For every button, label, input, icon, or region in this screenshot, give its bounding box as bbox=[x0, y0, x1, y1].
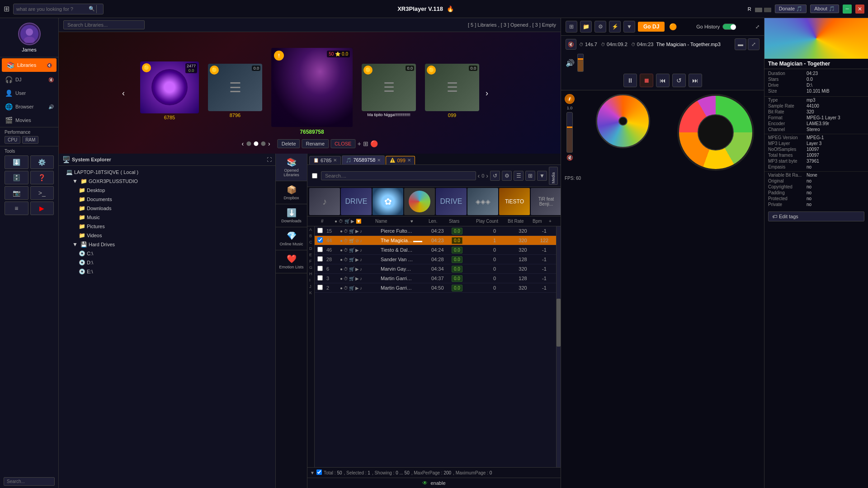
track-tab-6785[interactable]: 📋 6785 ✕ bbox=[309, 156, 341, 164]
play-icon-4[interactable]: ▶ bbox=[355, 257, 359, 262]
browser-mute-icon[interactable]: 🔊 bbox=[48, 104, 54, 109]
track-row[interactable]: 6 ● ⏱ 🛒 ▶ ♪ Marvin Gaye - Sexual Healing… bbox=[315, 264, 556, 274]
th-bitrate[interactable]: Bit Rate bbox=[506, 218, 531, 225]
music-icon-3[interactable]: ♪ bbox=[360, 248, 362, 253]
lib-panel-dropbox[interactable]: 📦 Dropbox bbox=[276, 181, 307, 204]
alpha-e[interactable]: E bbox=[307, 252, 314, 258]
settings-button[interactable]: ⚙ bbox=[594, 21, 606, 33]
track-checkbox-6[interactable] bbox=[317, 275, 323, 281]
music-icon-2[interactable]: ♪ bbox=[360, 238, 362, 243]
tree-item-harddrives[interactable]: ▼ 💾 Hard Drives bbox=[59, 240, 275, 249]
minimize-button[interactable]: ─ bbox=[843, 5, 852, 14]
track-row[interactable]: 15 ● ⏱ 🛒 ▶ ♪ Pierce Fulton - Kuaga (Lost… bbox=[315, 226, 556, 236]
alpha-c[interactable]: C bbox=[307, 239, 314, 245]
about-button[interactable]: About 🎵 bbox=[810, 5, 839, 13]
youtube-tool-button[interactable]: ▶ bbox=[30, 202, 54, 215]
apps-icon[interactable]: ⊞ bbox=[4, 5, 9, 13]
tab-close-76589758[interactable]: ✕ bbox=[377, 158, 381, 163]
alpha-j[interactable]: J bbox=[307, 283, 314, 290]
track-checkbox-1[interactable] bbox=[317, 228, 323, 233]
expand-player-button[interactable]: ⤢ bbox=[755, 24, 760, 30]
go-dj-button[interactable]: Go DJ bbox=[638, 22, 665, 32]
th-number[interactable]: # bbox=[319, 218, 333, 225]
th-playcount[interactable]: Play Count bbox=[474, 218, 506, 225]
nav-user[interactable]: 👤 User bbox=[0, 86, 58, 100]
th-length[interactable]: Len. bbox=[427, 218, 447, 225]
nav-movies[interactable]: 🎬 Movies bbox=[0, 113, 58, 127]
cart-icon-1[interactable]: 🛒 bbox=[349, 229, 354, 234]
expand-track-button[interactable]: ⤢ bbox=[748, 38, 760, 50]
dj-mute-icon[interactable]: 🔇 bbox=[48, 77, 54, 82]
view-toggle-button[interactable]: ⊞ bbox=[525, 171, 535, 181]
track-row[interactable]: 46 ● ⏱ 🛒 ▶ ♪ Tiesto & DallasK - Show Me … bbox=[315, 245, 556, 255]
clock-icon-7[interactable]: ⏱ bbox=[344, 286, 348, 291]
window-close-button[interactable]: ✕ bbox=[855, 5, 864, 14]
clock-icon-3[interactable]: ⏱ bbox=[344, 248, 348, 253]
carousel-dot-2[interactable] bbox=[254, 141, 258, 146]
carousel-item-center[interactable]: ! 50 ⭐ 0.0 76589758 bbox=[271, 48, 353, 138]
lib-panel-online[interactable]: 💎 Online Music bbox=[276, 227, 307, 250]
search-icon[interactable]: 🔍 bbox=[89, 6, 95, 12]
footer-expand-icon[interactable]: ▼ bbox=[310, 470, 315, 475]
search-prev-icon[interactable]: ‹ bbox=[478, 172, 480, 179]
th-icons[interactable]: ● ⏱ 🛒 ▶ 🔽 bbox=[333, 218, 373, 225]
th-add[interactable]: + bbox=[549, 219, 558, 224]
mute-icon[interactable]: 🔇 bbox=[47, 63, 52, 68]
lib-panel-opened[interactable]: 📚 Opened Libraries bbox=[276, 154, 307, 181]
alpha-g[interactable]: G bbox=[307, 264, 314, 271]
folder-button[interactable]: 📁 bbox=[580, 21, 592, 33]
play-icon-6[interactable]: ▶ bbox=[355, 276, 359, 281]
eq-circle[interactable] bbox=[677, 94, 754, 171]
settings-tool-button[interactable]: ⚙️ bbox=[30, 155, 54, 169]
lib-panel-downloads[interactable]: ⬇️ Downloads bbox=[276, 204, 307, 227]
delete-button[interactable]: Delete bbox=[278, 139, 300, 148]
global-search-input[interactable] bbox=[16, 6, 89, 12]
carousel-item-5[interactable]: ☰ 🟡 0.0 099 bbox=[425, 64, 479, 122]
carousel-item-1[interactable]: 🟡 2477 0.0 6785 bbox=[140, 61, 199, 125]
track-checkbox-7[interactable] bbox=[317, 285, 323, 290]
track-tab-76589758[interactable]: 🎵 76589758 ✕ bbox=[342, 155, 385, 164]
album-thumb-8[interactable]: TiR feat Benji... bbox=[531, 188, 561, 215]
clock-icon-2[interactable]: ⏱ bbox=[344, 238, 348, 243]
album-thumb-6[interactable]: ◈◈◈ bbox=[467, 188, 498, 215]
ram-button[interactable]: RAM bbox=[22, 136, 38, 144]
waveform-button[interactable]: ▬ bbox=[735, 38, 746, 50]
info-icon-5[interactable]: ● bbox=[340, 267, 343, 272]
th-name[interactable]: Name bbox=[373, 218, 409, 225]
nav-libraries[interactable]: 📚 Libraries 🔇 bbox=[2, 58, 57, 72]
tree-item-c[interactable]: 💿 C:\ bbox=[59, 249, 275, 258]
track-row[interactable]: 2 ● ⏱ 🛒 ▶ ♪ Martin Garrix & Tiesto - The… bbox=[315, 283, 556, 293]
tree-item-pictures[interactable]: 📁 Pictures bbox=[59, 222, 275, 231]
mute-button[interactable]: 🔇 bbox=[566, 39, 576, 50]
info-icon-2[interactable]: ● bbox=[340, 238, 343, 243]
play-icon-1[interactable]: ▶ bbox=[355, 229, 359, 234]
album-thumb-1[interactable]: ♪ bbox=[309, 188, 340, 215]
master-volume-slider[interactable] bbox=[566, 112, 573, 153]
track-scrollbar[interactable] bbox=[556, 226, 561, 467]
music-icon-7[interactable]: ♪ bbox=[360, 286, 362, 291]
info-icon-6[interactable]: ● bbox=[340, 276, 343, 281]
cart-icon-3[interactable]: 🛒 bbox=[349, 248, 354, 253]
rewind-button[interactable]: ↺ bbox=[672, 74, 686, 87]
sidebar-search-input[interactable] bbox=[4, 477, 55, 486]
pause-button[interactable]: ⏸ bbox=[623, 74, 637, 87]
prev-button[interactable]: ⏮ bbox=[656, 74, 670, 87]
th-heart[interactable]: ♥ bbox=[409, 218, 427, 225]
vinyl-disc[interactable] bbox=[596, 94, 650, 148]
go-dj-toggle[interactable]: 🟠 bbox=[669, 23, 677, 30]
alpha-k[interactable]: K bbox=[307, 290, 314, 296]
th-select[interactable] bbox=[310, 221, 319, 222]
edit-tags-button[interactable]: 🏷 Edit tags bbox=[768, 211, 864, 221]
alpha-a[interactable]: A bbox=[307, 226, 314, 233]
carousel-item-4[interactable]: ☰ 🟡 0.0 Ma tipito Nigga!!!!!!!!!!!!!! bbox=[362, 64, 416, 122]
track-row[interactable]: 44 ● ⏱ 🛒 ⊘ ♪ The Magician - Together ▬▬ … bbox=[315, 236, 556, 245]
clock-icon-6[interactable]: ⏱ bbox=[344, 276, 348, 281]
search-next-icon[interactable]: › bbox=[486, 172, 488, 179]
alpha-d[interactable]: D bbox=[307, 245, 314, 252]
cart-icon-2[interactable]: 🛒 bbox=[349, 238, 354, 243]
carousel-dot-next[interactable]: › bbox=[268, 140, 270, 147]
alpha-i[interactable]: I bbox=[307, 277, 314, 283]
th-bpm[interactable]: Bpm bbox=[531, 218, 549, 225]
play-icon-5[interactable]: ▶ bbox=[355, 267, 359, 272]
filter-settings-button[interactable]: ⚙ bbox=[502, 171, 512, 181]
